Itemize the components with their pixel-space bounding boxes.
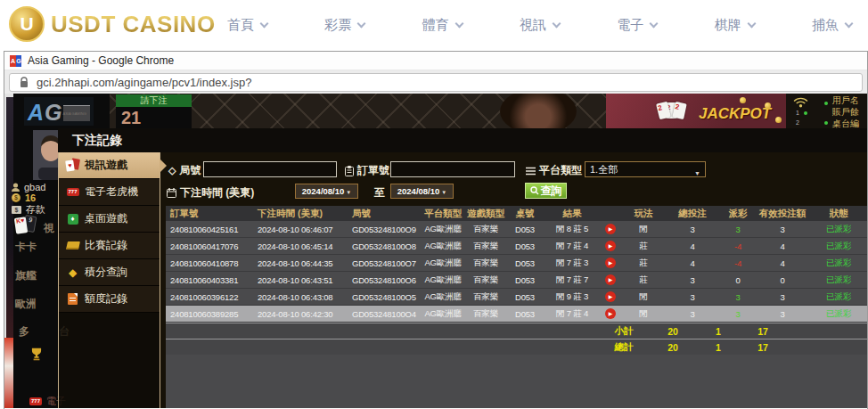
site-top-nav: U USDT CASINO 首頁 彩票 體育 視訊 電子 棋牌 捕魚: [0, 0, 868, 51]
url-text: gci.2hhapi.com/agingame/pcv1/index.jsp?: [37, 76, 251, 89]
column-header: 總投注: [667, 208, 718, 220]
nav-item-lottery[interactable]: 彩票: [324, 17, 364, 34]
table-cell: 3: [718, 309, 757, 319]
play-button[interactable]: ▶: [605, 224, 616, 234]
table-cell: 2024-08-10 06:46:07: [253, 225, 348, 234]
chevron-down-icon: [454, 20, 463, 29]
playing-card: 2: [672, 102, 686, 119]
menu-label: 電子老虎機: [85, 184, 138, 200]
address-bar[interactable]: gci.2hhapi.com/agingame/pcv1/index.jsp?: [9, 73, 863, 92]
table-cell: 閒 7 莊 7: [544, 274, 601, 286]
play-button[interactable]: ▶: [605, 258, 616, 268]
summary-cell: 17: [738, 342, 788, 353]
lock-icon: [20, 77, 29, 88]
info-row: 賬戶餘: [832, 106, 859, 119]
modal-title: 下注記錄: [58, 128, 867, 152]
table-cell: 3: [718, 225, 757, 234]
bet-records-modal: 下注記錄 ♥ 視訊遊戲 777 電子老虎機 ♦ 桌面遊戲: [58, 128, 867, 408]
table-row[interactable]: 2408100603961222024-08-10 06:43:08GD0532…: [166, 289, 867, 306]
deposit-icon: $: [12, 206, 21, 214]
play-button[interactable]: ▶: [605, 308, 616, 319]
menu-item-points-query[interactable]: ◆ 積分查詢: [59, 259, 160, 286]
bet-time-label: 下注時間 (美東): [167, 185, 254, 200]
summary-cell: 總計: [601, 341, 647, 354]
table-cell: 已派彩: [807, 274, 867, 286]
query-label: 查詢: [541, 184, 562, 199]
table-row[interactable]: 2408100604170762024-08-10 06:45:14GD0532…: [166, 238, 867, 255]
table-cell: 莊: [620, 241, 667, 252]
logo-coin-icon: U: [9, 6, 45, 42]
bg-menu-video: 視: [44, 221, 54, 236]
dropdown-arrow-icon: ▼: [441, 190, 446, 195]
table-cell: GD053248100O9: [348, 225, 421, 234]
summary-cell: 1: [699, 342, 738, 353]
round-no-input[interactable]: [203, 161, 337, 177]
table-row[interactable]: 2408100604033812024-08-10 06:43:51GD0532…: [166, 272, 867, 289]
query-button[interactable]: 查詢: [525, 183, 567, 199]
menu-item-live-games[interactable]: ♥ 視訊遊戲: [59, 152, 160, 179]
brand-g: G: [45, 101, 61, 124]
window-title-bar[interactable]: A G Asia Gaming - Google Chrome: [4, 52, 867, 70]
table-cell: -4: [718, 258, 757, 268]
table-cell: 百家樂: [465, 241, 506, 252]
table-cell: 2024-08-10 06:43:08: [253, 292, 348, 302]
table-row[interactable]: 2408100604251612024-08-10 06:46:07GD0532…: [166, 221, 867, 238]
table-cell: 百家樂: [465, 274, 506, 286]
table-cell: D053: [506, 275, 544, 285]
status-dot: [804, 111, 807, 115]
table-cell: 百家樂: [465, 308, 506, 320]
table-row[interactable]: 2408100603892852024-08-10 06:42:30GD0532…: [166, 306, 867, 323]
date-to-select[interactable]: 2024/08/10▼: [390, 184, 454, 199]
table-cell: 百家樂: [465, 224, 506, 235]
table-cell: 240810060396122: [166, 292, 253, 302]
table-cell: 閒 7 莊 4: [544, 241, 601, 252]
nav-items: 首頁 彩票 體育 視訊 電子 棋牌 捕魚: [227, 0, 852, 51]
nav-item-cards[interactable]: 棋牌: [715, 17, 755, 34]
order-no-input[interactable]: [390, 161, 515, 177]
date-from-select[interactable]: 2024/08/10▼: [295, 184, 358, 199]
platform-type-select[interactable]: 1.全部 ▼: [585, 161, 706, 177]
nav-item-live[interactable]: 視訊: [520, 17, 560, 34]
table-cell: 3: [667, 225, 718, 234]
site-logo[interactable]: U USDT CASINO: [9, 6, 216, 42]
balance-text: 16: [25, 192, 36, 203]
summary-cell: 20: [647, 342, 699, 353]
table-row[interactable]: 2408100604108782024-08-10 06:44:35GD0532…: [166, 255, 867, 272]
list-icon: [526, 167, 536, 176]
favicon-g: G: [16, 55, 21, 67]
column-header: 下注時間 (美東): [253, 208, 348, 220]
chrome-popup-window: A G Asia Gaming - Google Chrome gci.2hha…: [4, 51, 868, 409]
chevron-down-icon: [747, 20, 756, 29]
jackpot-cards-icon: 2 2 2: [658, 102, 682, 119]
table-cell: GD053248100O6: [348, 275, 421, 285]
table-cell: 3: [718, 292, 757, 302]
table-cell: D053: [506, 241, 544, 251]
nav-item-slots[interactable]: 電子: [617, 17, 657, 34]
nav-item-sports[interactable]: 體育: [422, 17, 463, 34]
menu-item-match-records[interactable]: 比賽記錄: [59, 233, 160, 259]
play-button[interactable]: ▶: [605, 274, 616, 285]
table-cell: ▶: [601, 291, 620, 302]
screen: U USDT CASINO 首頁 彩票 體育 視訊 電子 棋牌 捕魚 A G A…: [0, 0, 868, 409]
table-cell: GD053248100O4: [348, 309, 421, 319]
table-cell: 百家樂: [465, 291, 506, 303]
table-cell: 已派彩: [807, 241, 867, 252]
play-button[interactable]: ▶: [605, 241, 616, 251]
table-cell: 3: [757, 292, 807, 302]
menu-item-quota-records[interactable]: 額度記錄: [59, 286, 160, 313]
table-cell: 240810060417076: [166, 241, 253, 251]
menu-item-table-games[interactable]: ♦ 桌面遊戲: [59, 206, 160, 233]
platform-type-label: 平台類型: [526, 163, 582, 178]
url-toolbar: gci.2hhapi.com/agingame/pcv1/index.jsp?: [4, 70, 867, 94]
play-button[interactable]: ▶: [605, 291, 616, 302]
summary-cell: 20: [647, 326, 699, 337]
table-cell: 閒 7 莊 3: [544, 258, 601, 269]
menu-item-slots[interactable]: 777 電子老虎機: [59, 179, 160, 206]
table-cell: 4: [757, 241, 807, 251]
table-cell: 2024-08-10 06:44:35: [253, 258, 348, 268]
nav-item-fishing[interactable]: 捕魚: [812, 17, 852, 34]
table-cell: AG歐洲廳: [421, 308, 465, 320]
nav-item-home[interactable]: 首頁: [227, 17, 267, 34]
table-cell: 240810060425161: [166, 225, 253, 234]
table-cell: 2024-08-10 06:42:30: [253, 309, 348, 319]
